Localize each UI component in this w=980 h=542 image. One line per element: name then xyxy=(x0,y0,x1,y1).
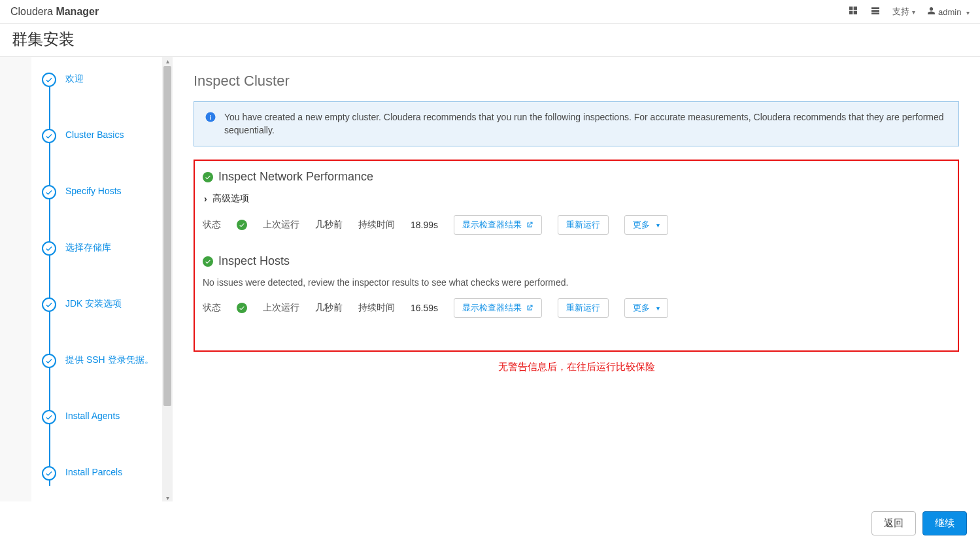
annotation-note: 无警告信息后，在往后运行比较保险 xyxy=(194,361,959,373)
show-results-label: 显示检查器结果 xyxy=(462,219,522,231)
more-dropdown[interactable]: 更多 xyxy=(624,215,668,235)
wizard-step-repository[interactable]: 选择存储库 xyxy=(42,241,157,256)
success-icon xyxy=(203,256,213,267)
wizard-step-jdk[interactable]: JDK 安装选项 xyxy=(42,297,157,312)
support-dropdown[interactable]: 支持 xyxy=(892,6,915,18)
advanced-options-label: 高级选项 xyxy=(212,193,249,205)
topbar: Cloudera Manager 支持 admin xyxy=(0,0,980,24)
step-label: Specify Hosts xyxy=(65,185,122,197)
check-icon xyxy=(42,466,56,481)
more-dropdown[interactable]: 更多 xyxy=(624,298,668,318)
scrollbar-thumb[interactable] xyxy=(163,66,171,406)
inspect-network-header: Inspect Network Performance xyxy=(203,170,950,184)
success-icon xyxy=(237,220,247,230)
inspect-network-title: Inspect Network Performance xyxy=(218,170,373,184)
highlight-box: Inspect Network Performance › 高级选项 状态 上次… xyxy=(194,160,959,352)
user-icon xyxy=(927,7,936,15)
scroll-up-icon[interactable]: ▴ xyxy=(163,57,171,65)
step-label: Install Agents xyxy=(65,410,120,422)
info-icon: i xyxy=(205,111,216,123)
network-status-row: 状态 上次运行 几秒前 持续时间 18.99s 显示检查器结果 重新运行 更多 xyxy=(203,215,950,235)
main-panel: 欢迎 Cluster Basics Specify Hosts 选择存储库 JD… xyxy=(31,57,980,501)
step-label: Cluster Basics xyxy=(65,129,124,141)
chevron-right-icon: › xyxy=(204,194,207,204)
rerun-button[interactable]: 重新运行 xyxy=(558,215,609,235)
success-icon xyxy=(237,303,247,313)
scroll-down-icon[interactable]: ▾ xyxy=(163,494,171,501)
left-gutter xyxy=(0,57,31,501)
topbar-right: 支持 admin xyxy=(848,5,970,18)
inspect-hosts-title: Inspect Hosts xyxy=(218,254,290,268)
brand: Cloudera Manager xyxy=(10,6,99,18)
wizard-step-specify-hosts[interactable]: Specify Hosts xyxy=(42,185,157,199)
check-icon xyxy=(42,241,56,256)
last-run-value: 几秒前 xyxy=(315,219,343,231)
page-title: 群集安装 xyxy=(12,29,968,50)
inspect-hosts-header: Inspect Hosts xyxy=(203,254,950,268)
show-results-button[interactable]: 显示检查器结果 xyxy=(454,215,542,235)
status-label: 状态 xyxy=(203,302,221,314)
duration-label: 持续时间 xyxy=(358,219,395,231)
hosts-icon[interactable] xyxy=(870,5,881,18)
section-title: Inspect Cluster xyxy=(194,73,959,90)
content: Inspect Cluster i You have created a new… xyxy=(173,57,980,501)
step-label: 提供 SSH 登录凭据。 xyxy=(65,354,154,365)
show-results-label: 显示检查器结果 xyxy=(462,302,522,314)
step-label: Install Parcels xyxy=(65,466,122,478)
check-icon xyxy=(42,129,56,143)
wizard-step-install-agents[interactable]: Install Agents xyxy=(42,410,157,424)
page-header: 群集安装 xyxy=(0,24,980,57)
info-box: i You have created a new empty cluster. … xyxy=(194,101,959,146)
duration-value: 16.59s xyxy=(411,303,438,313)
check-icon xyxy=(42,354,56,368)
duration-value: 18.99s xyxy=(411,220,438,230)
external-link-icon xyxy=(526,304,533,312)
check-icon xyxy=(42,297,56,312)
external-link-icon xyxy=(526,221,533,229)
last-run-label: 上次运行 xyxy=(263,302,299,314)
check-icon xyxy=(42,185,56,199)
rerun-button[interactable]: 重新运行 xyxy=(558,298,609,318)
advanced-options-toggle[interactable]: › 高级选项 xyxy=(204,193,950,205)
content-wrap: 欢迎 Cluster Basics Specify Hosts 选择存储库 JD… xyxy=(0,57,980,501)
info-text: You have created a new empty cluster. Cl… xyxy=(224,111,948,137)
status-label: 状态 xyxy=(203,219,221,231)
success-icon xyxy=(203,172,213,182)
show-results-button[interactable]: 显示检查器结果 xyxy=(454,298,542,318)
last-run-value: 几秒前 xyxy=(315,302,343,314)
duration-label: 持续时间 xyxy=(358,302,395,314)
inspect-hosts-subtext: No issues were detected, review the insp… xyxy=(203,277,950,288)
wizard-step-install-parcels[interactable]: Install Parcels xyxy=(42,466,157,481)
parcels-icon[interactable] xyxy=(848,5,858,18)
last-run-label: 上次运行 xyxy=(263,219,299,231)
check-icon xyxy=(42,410,56,424)
brand-name-2: Manager xyxy=(56,6,99,17)
step-label: JDK 安装选项 xyxy=(65,297,122,309)
wizard-nav: 欢迎 Cluster Basics Specify Hosts 选择存储库 JD… xyxy=(31,57,162,501)
hosts-status-row: 状态 上次运行 几秒前 持续时间 16.59s 显示检查器结果 重新运行 更多 xyxy=(203,298,950,318)
step-label: 欢迎 xyxy=(65,73,84,84)
wizard-step-ssh[interactable]: 提供 SSH 登录凭据。 xyxy=(42,354,157,368)
user-label: admin xyxy=(938,7,961,17)
user-dropdown[interactable]: admin xyxy=(927,7,970,17)
check-icon xyxy=(42,73,56,87)
step-label: 选择存储库 xyxy=(65,241,111,253)
wizard-step-cluster-basics[interactable]: Cluster Basics xyxy=(42,129,157,143)
brand-name-1: Cloudera xyxy=(10,6,53,17)
scrollbar[interactable]: ▴ ▾ xyxy=(162,57,173,501)
svg-text:i: i xyxy=(210,114,212,121)
wizard-step-welcome[interactable]: 欢迎 xyxy=(42,73,157,87)
